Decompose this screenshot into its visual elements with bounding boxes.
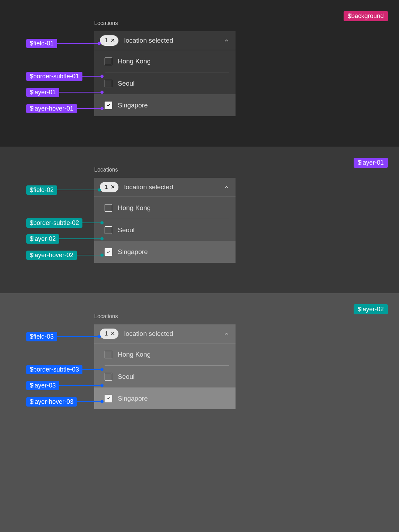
token-label: $layer-03: [26, 381, 59, 390]
token-callout-layer-hover-01: $layer-hover-01: [26, 103, 102, 114]
multiselect-dropdown: Locations 1 ✕ location selected Hong Kon…: [94, 313, 236, 409]
token-dot-icon: [100, 107, 104, 110]
option-label: Seoul: [118, 373, 135, 381]
option-label: Singapore: [118, 102, 148, 109]
token-callout-border-subtle-01: $border-subtle-01: [26, 71, 102, 81]
token-dot-icon: [100, 237, 104, 241]
option-singapore[interactable]: Singapore: [94, 387, 236, 409]
selection-count-tag[interactable]: 1 ✕: [100, 182, 118, 192]
dropdown-placeholder: location selected: [124, 183, 173, 191]
token-callout-field-01: $field-01: [26, 38, 99, 49]
dropdown-label: Locations: [94, 20, 236, 26]
selection-count: 1: [105, 330, 108, 337]
dropdown-placeholder: location selected: [124, 330, 173, 338]
clear-selection-icon[interactable]: ✕: [110, 38, 115, 43]
token-dot-icon: [100, 254, 104, 257]
option-seoul[interactable]: Seoul: [94, 219, 236, 241]
option-hong-kong[interactable]: Hong Kong: [94, 343, 236, 365]
checkbox-checked-icon[interactable]: [105, 248, 112, 256]
token-dot-icon: [100, 75, 104, 78]
token-callout-layer-01: $layer-01: [26, 87, 102, 97]
option-label: Singapore: [118, 395, 148, 402]
multiselect-dropdown: Locations 1 ✕ location selected Hong Kon…: [94, 167, 236, 263]
token-label: $layer-01: [26, 88, 59, 97]
token-dot-icon: [100, 400, 104, 403]
token-label: $layer-hover-02: [26, 251, 77, 260]
dropdown-label: Locations: [94, 167, 236, 173]
checkbox-unchecked-icon[interactable]: [105, 80, 112, 87]
dropdown-field[interactable]: 1 ✕ location selected: [94, 324, 236, 343]
dropdown-menu: Hong Kong Seoul Singapore: [94, 50, 236, 116]
option-singapore[interactable]: Singapore: [94, 94, 236, 116]
clear-selection-icon[interactable]: ✕: [110, 184, 115, 190]
token-leader-line: [82, 369, 102, 370]
checkbox-unchecked-icon[interactable]: [105, 226, 112, 234]
dropdown-label: Locations: [94, 313, 236, 320]
token-leader-line: [59, 92, 102, 93]
clear-selection-icon[interactable]: ✕: [110, 331, 115, 337]
token-leader-line: [77, 108, 102, 109]
checkbox-checked-icon[interactable]: [105, 102, 112, 109]
token-leader-line: [59, 385, 102, 386]
token-dot-icon: [100, 221, 104, 225]
selection-count-tag[interactable]: 1 ✕: [100, 329, 118, 339]
token-dot-icon: [100, 368, 104, 371]
option-hong-kong[interactable]: Hong Kong: [94, 197, 236, 219]
corner-tag-layer-01: $layer-01: [354, 158, 388, 168]
panel-layer-01: $layer-01 Locations 1 ✕ location selecte…: [0, 147, 399, 293]
token-label: $field-03: [26, 332, 57, 341]
token-leader-line: [57, 43, 99, 44]
dropdown-field[interactable]: 1 ✕ location selected: [94, 31, 236, 50]
option-label: Seoul: [118, 226, 135, 234]
token-callout-layer-hover-03: $layer-hover-03: [26, 396, 102, 407]
token-label: $layer-hover-01: [26, 104, 77, 113]
chevron-up-icon: [224, 38, 229, 43]
token-dot-icon: [98, 42, 101, 45]
token-leader-line: [59, 238, 102, 239]
token-callout-border-subtle-02: $border-subtle-02: [26, 218, 102, 228]
token-label: $layer-hover-03: [26, 397, 77, 407]
dropdown-menu: Hong Kong Seoul Singapore: [94, 197, 236, 263]
token-dot-icon: [98, 335, 101, 338]
dropdown-field[interactable]: 1 ✕ location selected: [94, 178, 236, 197]
token-leader-line: [82, 223, 102, 223]
option-seoul[interactable]: Seoul: [94, 72, 236, 94]
selection-count-tag[interactable]: 1 ✕: [100, 35, 118, 46]
option-singapore[interactable]: Singapore: [94, 241, 236, 263]
checkbox-checked-icon[interactable]: [105, 395, 112, 402]
token-label: $field-01: [26, 39, 57, 48]
token-leader-line: [77, 255, 102, 255]
token-label: $border-subtle-01: [26, 72, 82, 81]
panel-background: $background Locations 1 ✕ location selec…: [0, 0, 399, 147]
token-dot-icon: [100, 384, 104, 387]
token-dot-icon: [98, 189, 101, 192]
token-callout-layer-03: $layer-03: [26, 380, 102, 391]
token-leader-line: [57, 336, 99, 337]
chevron-up-icon: [224, 331, 229, 337]
option-seoul[interactable]: Seoul: [94, 366, 236, 387]
option-label: Hong Kong: [118, 204, 151, 212]
token-dot-icon: [100, 91, 104, 94]
token-leader-line: [57, 190, 99, 190]
option-label: Hong Kong: [118, 351, 151, 358]
panel-layer-02: $layer-02 Locations 1 ✕ location selecte…: [0, 293, 399, 532]
checkbox-unchecked-icon[interactable]: [105, 351, 112, 358]
selection-count: 1: [105, 37, 108, 44]
token-callout-field-02: $field-02: [26, 185, 99, 195]
token-label: $layer-02: [26, 234, 59, 244]
dropdown-menu: Hong Kong Seoul Singapore: [94, 343, 236, 409]
multiselect-dropdown: Locations 1 ✕ location selected Hong Kon…: [94, 20, 236, 116]
checkbox-unchecked-icon[interactable]: [105, 204, 112, 212]
option-label: Seoul: [118, 80, 135, 87]
dropdown-placeholder: location selected: [124, 37, 173, 44]
checkbox-unchecked-icon[interactable]: [105, 373, 112, 381]
option-hong-kong[interactable]: Hong Kong: [94, 50, 236, 72]
chevron-up-icon: [224, 184, 229, 190]
token-callout-layer-02: $layer-02: [26, 234, 102, 244]
token-leader-line: [82, 76, 102, 77]
token-leader-line: [77, 401, 102, 402]
selection-count: 1: [105, 184, 108, 191]
checkbox-unchecked-icon[interactable]: [105, 58, 112, 65]
token-callout-field-03: $field-03: [26, 331, 99, 342]
token-callout-layer-hover-02: $layer-hover-02: [26, 250, 102, 260]
